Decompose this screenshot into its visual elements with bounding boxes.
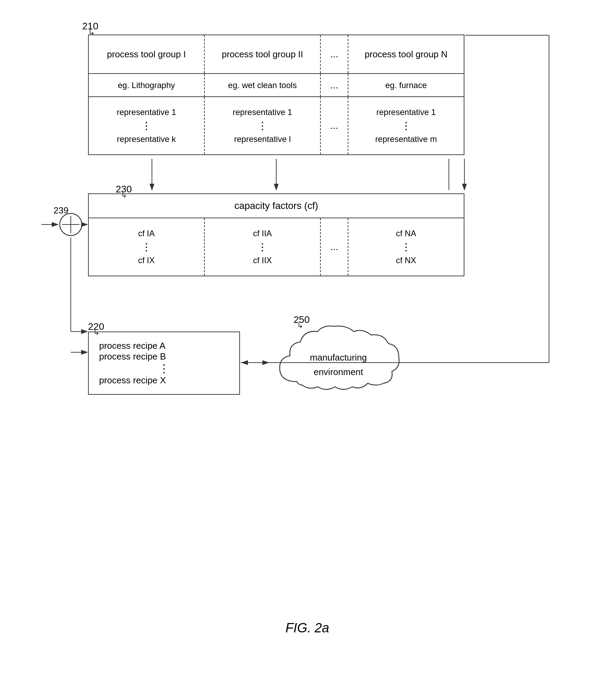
group1-reps: representative 1 ⋮ representative k	[89, 97, 205, 154]
fig-label: FIG. 2a	[286, 621, 329, 635]
cloud-shape: manufacturing environment	[269, 323, 407, 406]
eg-dots: ...	[321, 74, 348, 96]
reps-dots: ...	[321, 97, 348, 154]
groupN-reps: representative 1 ⋮ representative m	[348, 97, 464, 154]
sum-junction	[59, 212, 83, 237]
cloud-text: manufacturing environment	[290, 351, 387, 379]
capacity-colN: cf NA ⋮ cf NX	[348, 218, 464, 276]
group1-eg: eg. Lithography	[89, 74, 205, 96]
group2-reps: representative 1 ⋮ representative l	[205, 97, 321, 154]
recipe-box: process recipe A process recipe B ⋮ proc…	[88, 332, 240, 395]
group2-header: process tool group II	[205, 35, 321, 73]
recipe-line1: process recipe A	[99, 341, 229, 351]
capacity-header: capacity factors (cf)	[89, 194, 464, 218]
capacity-col2: cf IIA ⋮ cf IIX	[205, 218, 321, 276]
recipe-dots: ⋮	[99, 362, 229, 375]
groupN-header: process tool group N	[348, 35, 464, 73]
capacity-dots: ...	[321, 218, 348, 276]
recipe-line2: process recipe B	[99, 351, 229, 362]
recipe-line3: process recipe X	[99, 375, 229, 386]
group2-eg: eg. wet clean tools	[205, 74, 321, 96]
tool-groups-container: process tool group I process tool group …	[88, 35, 464, 155]
capacity-col1: cf IA ⋮ cf IX	[89, 218, 205, 276]
groupN-eg: eg. furnace	[348, 74, 464, 96]
group1-header: process tool group I	[89, 35, 205, 73]
capacity-container: capacity factors (cf) cf IA ⋮ cf IX cf I…	[88, 193, 464, 276]
groups-dots: ...	[321, 35, 348, 73]
